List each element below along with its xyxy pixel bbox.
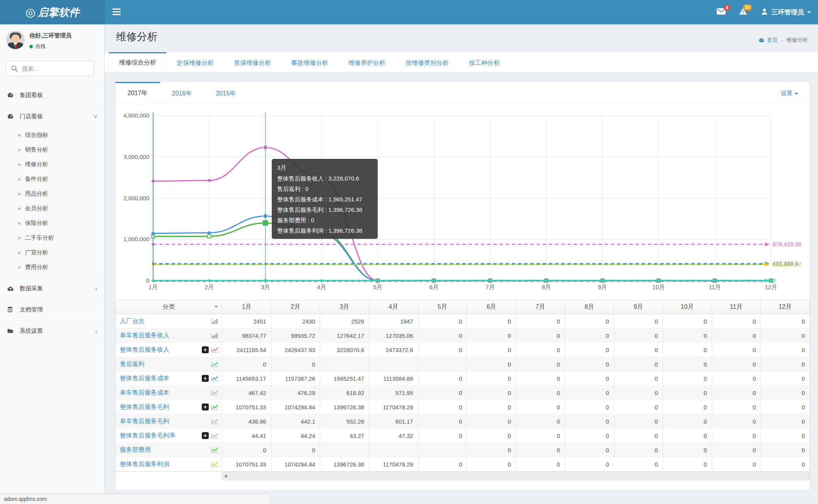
breadcrumb-home-link[interactable]: 首页 bbox=[758, 37, 778, 44]
value-cell: 0 bbox=[516, 357, 565, 371]
value-cell: 0 bbox=[663, 457, 712, 472]
col-header-month: 4月 bbox=[369, 300, 418, 314]
value-cell: 442.1 bbox=[271, 414, 320, 429]
sidebar-item-label: 数据采集 bbox=[20, 285, 43, 292]
scroll-left-icon bbox=[224, 474, 227, 478]
expand-row-button[interactable]: + bbox=[202, 375, 209, 382]
line-chart-icon[interactable] bbox=[211, 432, 219, 439]
messages-menu[interactable]: 4 bbox=[717, 8, 726, 16]
chevron-left-icon: ‹ bbox=[95, 328, 97, 334]
value-cell: 0 bbox=[712, 386, 761, 400]
value-cell: 0 bbox=[663, 357, 712, 371]
value-cell: 1396726.38 bbox=[320, 457, 369, 472]
tab-0[interactable]: 维修综合分析 bbox=[109, 52, 167, 72]
metric-link[interactable]: 售后返利 bbox=[120, 360, 145, 368]
metric-link[interactable]: 整体售后服务成本 bbox=[120, 375, 169, 383]
user-menu[interactable]: 三环管理员 bbox=[761, 8, 811, 17]
tab-6[interactable]: 按工种分析 bbox=[459, 52, 510, 72]
value-cell: 0 bbox=[565, 314, 614, 329]
value-cell bbox=[320, 357, 369, 371]
year-tab-2015年[interactable]: 2015年 bbox=[204, 82, 248, 104]
sidebar-subitem[interactable]: »广宣分析 bbox=[0, 245, 104, 260]
hscroll-track[interactable] bbox=[222, 472, 810, 480]
metric-link[interactable]: 单车售后服务收入 bbox=[120, 332, 169, 340]
sidebar-subitem[interactable]: »备件分析 bbox=[0, 172, 104, 186]
settings-dropdown[interactable]: 设置 bbox=[781, 82, 798, 104]
value-cell: 0 bbox=[271, 443, 320, 457]
value-cell: 127642.17 bbox=[320, 329, 369, 343]
tab-4[interactable]: 维修养护分析 bbox=[338, 52, 395, 72]
svg-text:6月: 6月 bbox=[429, 284, 438, 290]
metric-link[interactable]: 整体售后服务收入 bbox=[120, 346, 169, 354]
line-chart-icon[interactable] bbox=[211, 375, 219, 382]
sidebar-toggle-button[interactable] bbox=[110, 6, 123, 18]
line-chart-icon[interactable] bbox=[211, 390, 219, 396]
metric-link[interactable]: 整体售后服务毛利率 bbox=[120, 432, 176, 440]
line-chart-icon[interactable] bbox=[211, 361, 219, 368]
value-cell: 618.92 bbox=[320, 386, 369, 400]
expand-row-button[interactable]: + bbox=[202, 346, 209, 353]
sidebar-link[interactable]: 门店看板˅ bbox=[0, 106, 104, 127]
sidebar-item-3: 文档管理 bbox=[0, 299, 104, 320]
expand-row-button[interactable]: + bbox=[202, 404, 209, 410]
app-logo[interactable]: ◎ 启擎软件 bbox=[0, 0, 105, 24]
search-input[interactable] bbox=[21, 65, 90, 72]
value-cell: 0 bbox=[663, 329, 712, 343]
svg-text:878,420.56: 878,420.56 bbox=[772, 241, 801, 247]
value-cell: 0 bbox=[565, 343, 614, 357]
value-cell: 0 bbox=[761, 386, 810, 400]
metric-link[interactable]: 整体售后服务毛利 bbox=[120, 403, 169, 411]
sidebar-search bbox=[5, 61, 94, 77]
sidebar-subitem[interactable]: »维修分析 bbox=[0, 157, 104, 172]
col-header-category[interactable]: 分类 bbox=[116, 300, 222, 314]
svg-text:8月: 8月 bbox=[542, 284, 550, 290]
expand-row-button[interactable]: + bbox=[202, 432, 209, 439]
value-cell: 0 bbox=[271, 357, 320, 371]
year-tab-2016年[interactable]: 2016年 bbox=[160, 82, 204, 104]
metric-link[interactable]: 整体售后服务利润 bbox=[120, 460, 169, 468]
sidebar-link[interactable]: 数据采集‹ bbox=[0, 278, 104, 299]
svg-text:3,000,000: 3,000,000 bbox=[123, 153, 149, 160]
line-chart-icon[interactable] bbox=[211, 461, 219, 468]
sidebar-subitem[interactable]: »费用分析 bbox=[0, 260, 104, 274]
sidebar-link[interactable]: 系统设置‹ bbox=[0, 320, 104, 341]
angle-double-right-icon: » bbox=[18, 264, 21, 270]
line-chart-icon[interactable] bbox=[211, 404, 219, 410]
breadcrumb: 首页 › 维修分析 bbox=[758, 37, 808, 44]
tab-2[interactable]: 首保维修分析 bbox=[224, 52, 281, 72]
bar-chart-icon[interactable] bbox=[211, 332, 219, 339]
sidebar-subitem[interactable]: »用品分析 bbox=[0, 186, 104, 201]
metric-link[interactable]: 入厂台次 bbox=[120, 317, 145, 325]
alerts-badge: 10 bbox=[743, 4, 752, 10]
main-content: 维修分析 首页 › 维修分析 维修综合分析定保维修分析首保维修分析事故维修分析维… bbox=[105, 24, 818, 504]
svg-text:392,687.57: 392,687.57 bbox=[772, 261, 801, 267]
sidebar-link[interactable]: 集团看板 bbox=[0, 85, 104, 106]
sidebar-subitem[interactable]: »综合指标 bbox=[0, 128, 104, 142]
sidebar-subitem[interactable]: »销售分析 bbox=[0, 142, 104, 157]
sidebar-subitem[interactable]: »会员分析 bbox=[0, 201, 104, 216]
value-cell: 98374.77 bbox=[222, 329, 271, 343]
navbar-right: 4 10 三环管理员 bbox=[704, 0, 811, 24]
alerts-menu[interactable]: 10 bbox=[739, 8, 747, 17]
line-chart-icon[interactable] bbox=[211, 418, 219, 425]
line-chart-icon[interactable] bbox=[211, 347, 219, 353]
search-icon bbox=[11, 65, 18, 72]
year-tab-2017年[interactable]: 2017年 bbox=[115, 82, 160, 104]
metric-link[interactable]: 服务部费用 bbox=[120, 446, 151, 454]
sidebar-subitem[interactable]: »二手车分析 bbox=[0, 230, 104, 245]
online-status-icon bbox=[29, 45, 33, 48]
tab-1[interactable]: 定保维修分析 bbox=[167, 52, 224, 72]
value-cell bbox=[369, 357, 418, 371]
value-cell: 0 bbox=[614, 314, 663, 329]
angle-double-right-icon: » bbox=[18, 176, 21, 182]
sidebar-subitem[interactable]: »保险分析 bbox=[0, 216, 104, 230]
metric-link[interactable]: 单车售后服务成本 bbox=[120, 389, 169, 397]
value-cell: 0 bbox=[761, 314, 810, 329]
metric-link[interactable]: 单车售后服务毛利 bbox=[120, 417, 169, 426]
line-chart-icon[interactable] bbox=[211, 447, 219, 453]
tab-3[interactable]: 事故维修分析 bbox=[281, 52, 338, 72]
sidebar-link[interactable]: 文档管理 bbox=[0, 299, 104, 320]
bar-chart-icon[interactable] bbox=[211, 318, 219, 325]
tab-5[interactable]: 按维修类别分析 bbox=[395, 52, 459, 72]
value-cell: 127035.06 bbox=[369, 329, 418, 343]
